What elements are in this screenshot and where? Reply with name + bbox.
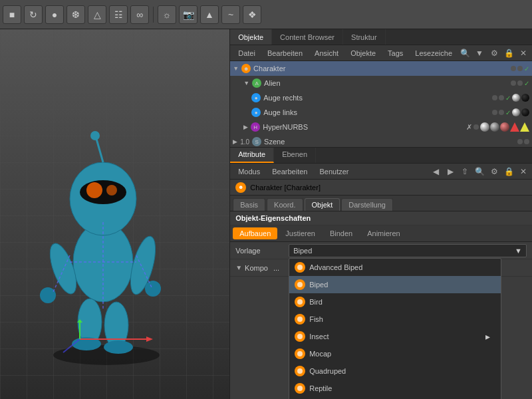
tool-pyramid[interactable]: △ [88,5,106,24]
dropdown-item[interactable]: Mocap [289,345,501,362]
material-preview [512,108,520,116]
tool-deformer[interactable]: ❖ [243,5,261,24]
list-item[interactable]: ● Auge links ✓ [230,105,532,120]
list-item[interactable]: ▶ 1.0 S Szene [230,134,532,148]
vorlage-dropdown[interactable]: Biped ▼ Advanced Biped [289,244,527,257]
tool-grid[interactable]: ☷ [109,5,128,24]
btn-benutzer[interactable]: Benutzer [314,166,354,177]
filter-icon[interactable]: ▼ [473,47,485,59]
btn-bearbeiten[interactable]: Bearbeiten [267,166,313,177]
close-icon[interactable]: ✕ [517,166,529,178]
tab-struktur[interactable]: Struktur [343,29,386,45]
dropdown-item[interactable]: Quadruped [289,362,501,380]
sub-tab-justieren[interactable]: Justieren [279,227,322,239]
tab-darstellung[interactable]: Darstellung [341,198,393,211]
tab-objekte[interactable]: Objekte [230,29,272,45]
tool-sphere[interactable]: ● [45,5,64,24]
menu-objekte[interactable]: Objekte [345,48,381,59]
sub-tab-aufbauen[interactable]: Aufbauen [233,227,277,239]
obj-dot [511,80,516,86]
svg-point-27 [297,282,303,287]
obj-dot [492,95,497,100]
arrow-left-icon[interactable]: ◀ [430,166,442,178]
obj-checkmark: ✓ [505,94,511,102]
lock-icon[interactable]: 🔒 [503,166,515,178]
obj-icons-right: ✓ [511,80,529,87]
arrow-right-icon[interactable]: ▶ [444,166,456,178]
dropdown-item[interactable]: Wings [289,397,501,400]
obj-label: Alien [264,79,508,87]
item-icon [295,366,305,376]
sub-tabs: Aufbauen Justieren Binden Animieren [230,225,532,242]
gear-icon[interactable]: ⚙ [488,166,500,178]
dropdown-item[interactable]: Bird [289,293,501,311]
item-icon [295,383,305,394]
prop-tabs: Basis Koord. Objekt Darstellung [230,196,532,211]
svg-point-30 [297,334,303,339]
item-label: Fish [309,315,323,323]
menu-ansicht[interactable]: Ansicht [309,48,344,59]
obj-edit: ✗ [466,123,472,132]
list-item[interactable]: ▶ H HyperNURBS ✗ [230,120,532,134]
obj-dot [524,139,529,144]
tab-koord[interactable]: Koord. [267,198,303,211]
tab-basis[interactable]: Basis [233,198,265,211]
obj-dot [473,124,479,130]
tool-infinity[interactable]: ∞ [130,5,149,24]
btn-modus[interactable]: Modus [233,166,265,177]
dropdown-item[interactable]: Insect [289,328,501,345]
svg-point-14 [106,185,117,196]
tab-content-browser[interactable]: Content Browser [272,29,343,45]
item-label: Bird [309,298,323,306]
menu-datei[interactable]: Datei [233,48,261,59]
search-icon[interactable]: 🔍 [473,166,485,178]
list-item[interactable]: ▼ A Alien ✓ [230,76,532,90]
viewport[interactable] [0,29,230,399]
expand-icon: ▼ [243,80,249,86]
char-icon: ☻ [235,182,246,193]
tab-ebenen[interactable]: Ebenen [274,148,316,163]
tool-cube[interactable]: ■ [3,5,21,24]
item-icon [295,262,305,273]
list-item[interactable]: ● Auge rechts ✓ [230,90,532,105]
tool-polygon[interactable]: ▲ [200,5,219,24]
toolbar-sep [153,7,154,23]
nav-up-icon[interactable]: ⇧ [459,166,471,178]
tab-objekt[interactable]: Objekt [305,198,340,211]
menu-lesezeiche[interactable]: Lesezeiche [410,48,458,59]
sub-tab-binden[interactable]: Binden [323,227,359,239]
sub-tab-animieren[interactable]: Animieren [360,227,407,239]
dropdown-item[interactable]: Advanced Biped [289,259,501,276]
dropdown-arrow: ▼ [515,247,522,255]
tool-rotate[interactable]: ↻ [24,5,43,24]
search-icon[interactable]: 🔍 [459,47,471,59]
kompo-label: Kompo [245,264,268,272]
menu-tags[interactable]: Tags [382,48,408,59]
dropdown-item[interactable]: Biped ▸ [289,276,501,293]
vorlage-label: Vorlage [235,247,289,255]
dropdown-item[interactable]: Fish [289,311,501,328]
expand-icon: ▼ [233,65,239,72]
material-spheres [480,122,529,132]
settings-icon[interactable]: ⚙ [488,47,500,59]
tool-camera[interactable]: 📷 [179,5,198,24]
attr-toolbar: Modus Bearbeiten Benutzer ◀ ▶ ⇧ 🔍 ⚙ 🔒 ✕ [230,164,532,180]
svg-marker-24 [77,319,82,323]
dropdown-item[interactable]: Reptile [289,380,501,397]
obj-dot [517,80,523,86]
list-item[interactable]: ▼ ☻ Charakter ✓ [230,61,532,76]
svg-point-13 [86,182,102,198]
item-label: Reptile [309,384,332,392]
tool-spline[interactable]: ~ [221,5,240,24]
shape-icon [510,122,519,132]
obj-checkmark: ✓ [524,65,529,72]
item-icon [295,348,305,359]
tool-clover[interactable]: ❆ [66,5,85,24]
lock-icon[interactable]: 🔒 [503,47,515,59]
item-label: Mocap [309,350,331,358]
tab-attribute[interactable]: Attribute [230,148,274,163]
obj-dot [517,139,523,144]
menu-bearbeiten[interactable]: Bearbeiten [262,48,308,59]
close-icon[interactable]: ✕ [517,47,529,59]
tool-light[interactable]: ☼ [158,5,176,24]
